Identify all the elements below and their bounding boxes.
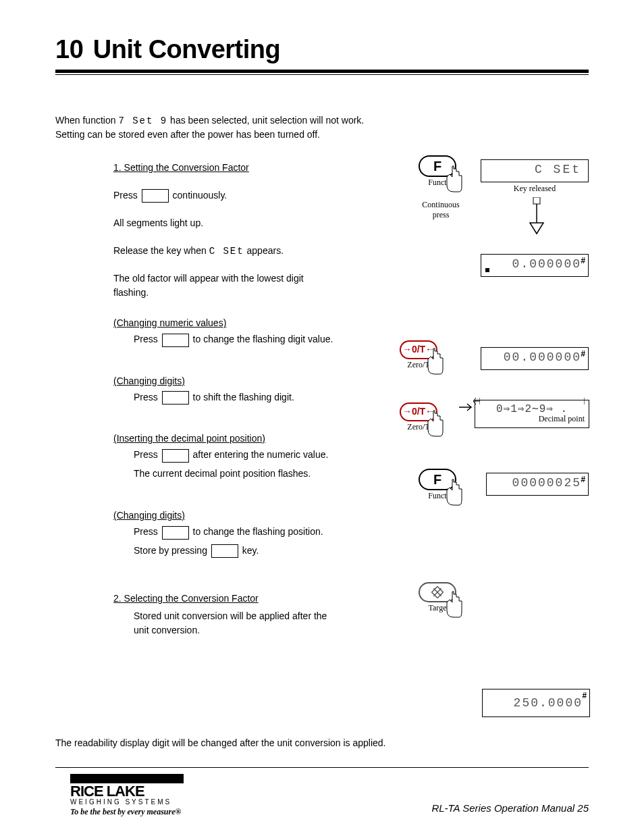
hash-1: # bbox=[581, 256, 585, 265]
decimal-point-label: Decimal point bbox=[479, 414, 585, 424]
lcd-zero-value: 0.000000 bbox=[512, 257, 581, 271]
lcd-zero: # 0.000000 bbox=[481, 254, 589, 277]
target-button: Targe bbox=[419, 582, 456, 613]
logo-bar bbox=[70, 774, 184, 783]
target-icon bbox=[431, 586, 444, 598]
hand-icon-5 bbox=[444, 590, 464, 620]
hand-icon-3 bbox=[425, 409, 446, 439]
lcd-25: # 00000025 bbox=[486, 473, 589, 496]
hash-3: # bbox=[581, 475, 585, 484]
footer-page-label: RL-TA Series Operation Manual 25 bbox=[431, 802, 589, 814]
h1a: Press bbox=[134, 334, 161, 344]
step1-p3-code: C SEt bbox=[209, 246, 244, 257]
section-number: 10 bbox=[55, 35, 83, 63]
intro-paragraph: When function 7 Set 9 has been selected,… bbox=[55, 113, 406, 142]
key-blank-1 bbox=[142, 189, 169, 203]
key-blank-5 bbox=[162, 526, 189, 540]
footer-logo: RICE LAKE WEIGHING SYSTEMS To be the bes… bbox=[70, 774, 205, 817]
lcd-250-value: 250.0000 bbox=[487, 696, 583, 710]
hand-icon-2 bbox=[425, 347, 446, 377]
f-face-text-mid: F bbox=[433, 472, 441, 487]
intro-prefix: When function bbox=[55, 115, 118, 126]
step1-p1-prefix: Press bbox=[113, 190, 140, 201]
dot-1 bbox=[485, 268, 489, 272]
logo-sub: WEIGHING SYSTEMS bbox=[70, 798, 205, 806]
key-blank-3 bbox=[162, 391, 189, 405]
h4b: to change the flashing position. bbox=[193, 526, 323, 537]
footer-rule bbox=[55, 767, 589, 768]
zero-tare-button-2: →0/T← Zero/T bbox=[400, 402, 437, 432]
key-blank-6 bbox=[211, 544, 238, 558]
lcd-00: # 00.000000 bbox=[481, 347, 589, 370]
continuous-press-label: Continuous press bbox=[410, 200, 471, 220]
step1-p1-suffix: continuously. bbox=[173, 190, 227, 201]
h3: (Inserting the decimal point position) bbox=[113, 433, 265, 444]
h2b: to shift the flashing digit. bbox=[193, 392, 294, 402]
h4a: Press bbox=[134, 526, 161, 537]
hash-4: # bbox=[582, 691, 587, 700]
step1-block: 1. Setting the Conversion Factor Press c… bbox=[113, 161, 316, 299]
section-title: Unit Converting bbox=[93, 35, 280, 63]
h4cb: key. bbox=[242, 545, 259, 556]
h4: (Changing digits) bbox=[113, 510, 185, 521]
lcd-25-value: 00000025 bbox=[512, 476, 581, 490]
h2a: Press bbox=[134, 392, 161, 402]
lcd-cset: C SEt bbox=[481, 159, 589, 182]
f-button-top: F Funct bbox=[419, 155, 456, 188]
page-header: 10 Unit Converting bbox=[55, 35, 589, 75]
hand-icon-4 bbox=[444, 478, 464, 508]
intro-suffix: has been selected, unit selection will n… bbox=[170, 115, 364, 126]
logo-tag: To be the best by every measure® bbox=[70, 807, 205, 817]
intro-code: 7 Set 9 bbox=[118, 115, 167, 126]
f-face-text: F bbox=[433, 159, 441, 174]
h2: (Changing digits) bbox=[113, 375, 185, 386]
digit-sequence-box: 0⇒1⇒2∼9⇒ . Decimal point bbox=[475, 400, 589, 428]
h1: (Changing numeric values) bbox=[113, 317, 226, 328]
digit-seq-text: 0⇒1⇒2∼9⇒ . bbox=[479, 402, 585, 415]
step1-p2: All segments light up. bbox=[113, 217, 203, 228]
step1-p3-suffix: appears. bbox=[247, 245, 284, 256]
lcd-00-value: 00.000000 bbox=[504, 350, 581, 364]
header-rule bbox=[55, 70, 589, 75]
h5: 2. Selecting the Conversion Factor bbox=[113, 593, 259, 604]
step1-p3-prefix: Release the key when bbox=[113, 245, 209, 256]
key-released-label: Key released bbox=[501, 184, 568, 194]
svg-rect-0 bbox=[533, 197, 540, 204]
h3b: after entering the numeric value. bbox=[193, 449, 329, 460]
lcd-cset-value: C SEt bbox=[535, 163, 581, 176]
hash-2: # bbox=[581, 349, 585, 359]
lcd-250: # 250.0000 bbox=[482, 689, 590, 717]
f-button-mid: F Funct bbox=[419, 469, 456, 501]
logo-name: RICE LAKE bbox=[70, 785, 205, 798]
hand-icon bbox=[444, 165, 464, 194]
h3c: The current decimal point position flash… bbox=[134, 468, 311, 479]
arrow-down-icon bbox=[527, 197, 547, 238]
intro-line2: Setting can be stored even after the pow… bbox=[55, 129, 320, 140]
h5b: Stored unit conversion will be applied a… bbox=[134, 610, 327, 635]
note-text: The readability display digit will be ch… bbox=[55, 736, 406, 750]
key-blank-4 bbox=[162, 449, 189, 463]
h1b: to change the flashing digit value. bbox=[193, 334, 333, 344]
key-blank-2 bbox=[162, 334, 189, 347]
step1-heading: 1. Setting the Conversion Factor bbox=[113, 162, 249, 173]
zero-tare-button-1: →0/T← Zero/T bbox=[400, 340, 437, 370]
h4ca: Store by pressing bbox=[134, 545, 210, 556]
numeric-steps: (Changing numeric values) Press to chang… bbox=[113, 316, 336, 637]
h3a: Press bbox=[134, 449, 161, 460]
step1-p4: The old factor will appear with the lowe… bbox=[113, 273, 304, 297]
note: The readability display digit will be ch… bbox=[55, 737, 386, 748]
